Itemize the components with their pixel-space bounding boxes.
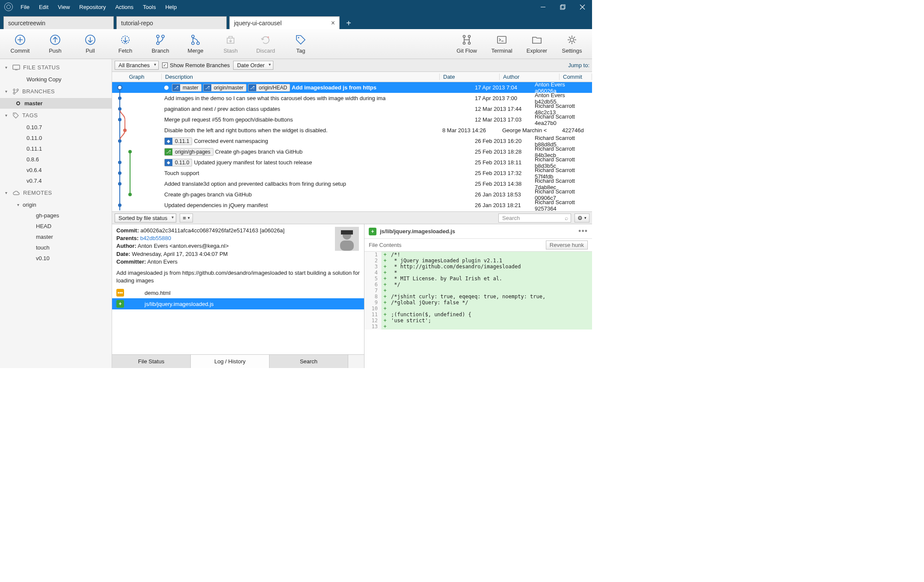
sidebar-tag-item[interactable]: v0.7.4 — [0, 175, 112, 186]
sidebar-item-branch-master[interactable]: master — [0, 98, 112, 109]
tab-search[interactable]: Search — [270, 355, 348, 368]
order-combo[interactable]: Date Order — [233, 61, 273, 70]
changed-file-row[interactable]: •••demo.html — [112, 287, 364, 298]
diff-viewer[interactable]: 1+/*!2+ * jQuery imagesLoaded plugin v2.… — [364, 252, 592, 368]
sidebar-remote-branch[interactable]: v0.10 — [0, 253, 112, 264]
ref-label[interactable]: ◆0.11.0 — [164, 159, 192, 166]
show-remote-checkbox[interactable]: ✓Show Remote Branches — [162, 62, 230, 68]
commit-list[interactable]: ⎇master ⎇origin/master ⎇origin/HEAD Add … — [112, 82, 592, 211]
branch-button[interactable]: Branch — [143, 30, 178, 58]
sidebar-remote-branch[interactable]: gh-pages — [0, 210, 112, 221]
ref-label[interactable]: ⎇origin/master — [203, 84, 246, 92]
gitflow-button[interactable]: Git Flow — [449, 30, 484, 58]
svg-point-27 — [14, 114, 15, 115]
explorer-button[interactable]: Explorer — [519, 30, 554, 58]
sidebar-item-working-copy[interactable]: Working Copy — [0, 74, 112, 85]
sidebar-section-filestatus[interactable]: ▾FILE STATUS — [0, 61, 112, 74]
sidebar-tag-item[interactable]: v0.6.4 — [0, 165, 112, 175]
ref-label[interactable]: ⎇origin/HEAD — [248, 84, 290, 92]
repo-tab[interactable]: jquery-ui-carousel× — [229, 16, 340, 29]
sidebar-remote-branch[interactable]: HEAD — [0, 221, 112, 232]
commit-row[interactable]: ⎇master ⎇origin/master ⎇origin/HEAD Add … — [112, 82, 592, 93]
sidebar-section-tags[interactable]: ▾TAGS — [0, 109, 112, 122]
menu-repository[interactable]: Repository — [75, 2, 110, 12]
changed-files-list[interactable]: •••demo.html+js/lib/jquery.imagesloaded.… — [112, 287, 364, 354]
repo-tab[interactable]: sourcetreewin — [3, 16, 114, 29]
stash-button[interactable]: Stash — [213, 30, 248, 58]
tag-button[interactable]: Tag — [283, 30, 318, 58]
minimize-button[interactable] — [533, 0, 553, 14]
view-mode-button[interactable]: ≡▾ — [180, 214, 193, 223]
discard-button[interactable]: Discard — [248, 30, 283, 58]
close-tab-icon[interactable]: × — [331, 19, 335, 27]
diff-line: 2+ * jQuery imagesLoaded plugin v2.1.1 — [364, 258, 592, 264]
search-input[interactable]: Search — [498, 214, 571, 223]
col-commit[interactable]: Commit — [560, 74, 592, 80]
commit-grid-header: Graph Description Date Author Commit — [112, 72, 592, 82]
sidebar-section-branches[interactable]: ▾BRANCHES — [0, 85, 112, 98]
col-graph[interactable]: Graph — [112, 74, 162, 80]
tab-file-status[interactable]: File Status — [112, 355, 191, 368]
fetch-button[interactable]: Fetch — [108, 30, 143, 58]
sidebar-tag-item[interactable]: 0.10.7 — [0, 122, 112, 133]
branch-filter-combo[interactable]: All Branches — [115, 61, 159, 70]
commit-row[interactable]: ⎇origin/gh-pages Create gh-pages branch … — [112, 146, 592, 157]
col-date[interactable]: Date — [440, 74, 500, 80]
commit-row[interactable]: Add images in the demo so I can see what… — [112, 93, 592, 104]
options-gear-button[interactable]: ⚙▾ — [575, 214, 589, 223]
sidebar-remote-branch[interactable]: master — [0, 232, 112, 242]
tag-icon — [13, 113, 19, 119]
sidebar-tag-item[interactable]: 0.8.6 — [0, 154, 112, 165]
ref-label[interactable]: ⎇master — [172, 84, 201, 92]
terminal-button[interactable]: Terminal — [484, 30, 519, 58]
menu-view[interactable]: View — [53, 2, 74, 12]
commit-row[interactable]: Merge pull request #55 from gepoch/disab… — [112, 114, 592, 125]
reverse-hunk-button[interactable]: Reverse hunk — [546, 241, 588, 249]
commit-row[interactable]: ◆0.11.1 Corrected event namespacing26 Fe… — [112, 136, 592, 146]
tab-log-history[interactable]: Log / History — [191, 355, 270, 368]
commit-button[interactable]: Commit — [3, 30, 38, 58]
menu-edit[interactable]: Edit — [35, 2, 53, 12]
ref-label[interactable]: ⎇origin/gh-pages — [164, 148, 213, 156]
menu-help[interactable]: Help — [161, 2, 181, 12]
diff-line: 5+ * MIT License. by Paul Irish et al. — [364, 276, 592, 282]
settings-button[interactable]: Settings — [554, 30, 589, 58]
commit-row[interactable]: Touch support25 Feb 2013 17:32Richard Sc… — [112, 168, 592, 178]
commit-row[interactable]: Disable both the left and right buttons … — [112, 125, 592, 136]
changed-file-row[interactable]: +js/lib/jquery.imagesloaded.js — [112, 298, 364, 309]
sidebar-section-remotes[interactable]: ▾REMOTES — [0, 186, 112, 199]
maximize-button[interactable] — [553, 0, 572, 14]
menu-tools[interactable]: Tools — [139, 2, 160, 12]
commit-row[interactable]: ◆0.11.0 Updated jquery manifest for late… — [112, 157, 592, 168]
col-author[interactable]: Author — [500, 74, 560, 80]
ref-label[interactable]: ◆0.11.1 — [164, 137, 192, 145]
parent-commit-link[interactable]: b42db55880 — [140, 235, 171, 241]
commit-row[interactable]: Updated dependencies in jQuery manifest2… — [112, 200, 592, 211]
diff-line: 3+ * http://github.com/desandro/imageslo… — [364, 264, 592, 270]
pull-button[interactable]: Pull — [73, 30, 108, 58]
sidebar-remote-branch[interactable]: touch — [0, 242, 112, 253]
commit-row[interactable]: Create gh-pages branch via GitHub26 Jan … — [112, 189, 592, 200]
diff-line: 12+'use strict'; — [364, 318, 592, 324]
sidebar-tag-item[interactable]: 0.11.0 — [0, 133, 112, 143]
merge-button[interactable]: Merge — [178, 30, 213, 58]
commit-row[interactable]: Added translate3d option and prevented c… — [112, 178, 592, 189]
close-button[interactable] — [572, 0, 592, 14]
new-tab-button[interactable]: + — [342, 17, 355, 29]
sidebar: ▾FILE STATUS Working Copy ▾BRANCHES mast… — [0, 59, 112, 368]
file-menu-button[interactable]: ••• — [578, 227, 588, 236]
repo-tab[interactable]: tutorial-repo — [116, 16, 227, 29]
commit-row[interactable]: pagination and next / prev action class … — [112, 104, 592, 114]
menu-file[interactable]: File — [16, 2, 34, 12]
svg-rect-0 — [541, 7, 545, 7]
commit-metadata: Commit: a06026a2c3411afca4cc06874926faf2… — [112, 224, 364, 287]
menu-actions[interactable]: Actions — [111, 2, 138, 12]
terminal-icon — [496, 34, 508, 46]
push-button[interactable]: Push — [38, 30, 73, 58]
sidebar-remote-origin[interactable]: ▾origin — [0, 199, 112, 210]
file-sort-combo[interactable]: Sorted by file status — [115, 214, 176, 223]
cloud-icon — [13, 190, 20, 196]
jump-to-label: Jump to: — [568, 62, 589, 68]
col-description[interactable]: Description — [162, 74, 440, 80]
sidebar-tag-item[interactable]: 0.11.1 — [0, 143, 112, 154]
